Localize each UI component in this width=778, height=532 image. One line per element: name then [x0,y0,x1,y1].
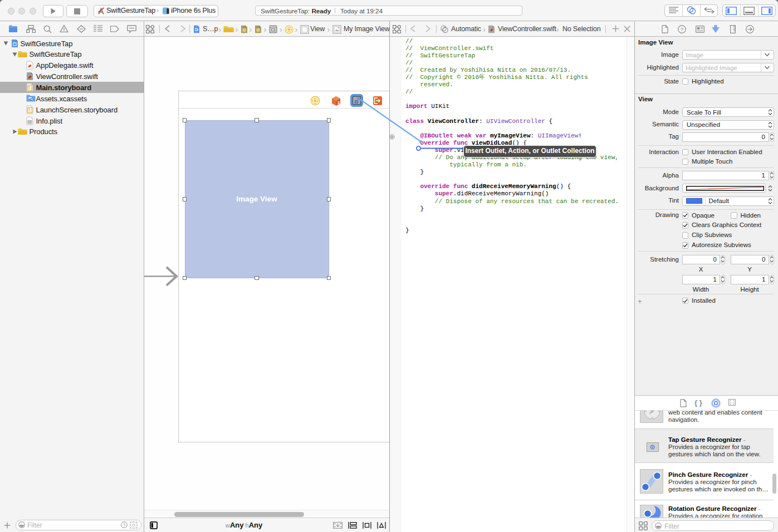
svg-text:?: ? [681,26,683,32]
svg-text:1: 1 [337,100,340,105]
